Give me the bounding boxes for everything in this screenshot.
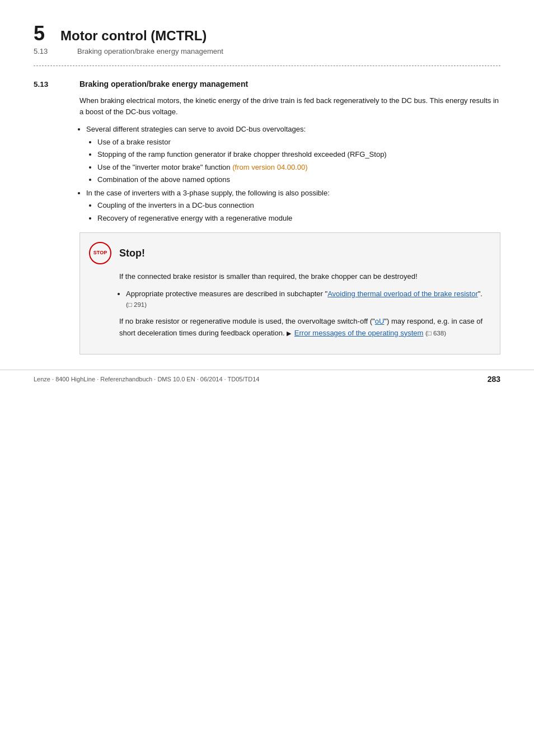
intro-text: When braking electrical motors, the kine… [79, 95, 500, 119]
version-note: (from version 04.00.00) [232, 163, 307, 171]
stop-icon-label: STOP [93, 250, 107, 256]
section-title: Braking operation/brake energy managemen… [79, 80, 500, 88]
error-messages-link[interactable]: Error messages of the operating system [294, 329, 424, 337]
chapter-number: 5 [34, 22, 45, 45]
sublist-item-1: Use of a brake resistor [97, 137, 500, 148]
page-number: 283 [488, 375, 500, 384]
list-item-inverters: In the case of inverters with a 3-phase … [86, 188, 500, 224]
stop-body: If the connected brake resistor is small… [119, 271, 489, 344]
page-footer: Lenze · 8400 HighLine · Referenzhandbuch… [0, 370, 534, 384]
strategy-sublist: Use of a brake resistor Stopping of the … [97, 137, 500, 185]
sublist-inverter-2: Recovery of regenerative energy with a r… [97, 213, 500, 224]
ou-link[interactable]: oU [375, 317, 385, 325]
stop-body-text-1: If the connected brake resistor is small… [119, 271, 489, 283]
sub-chapter-number: 5.13 [34, 47, 62, 55]
sublist-item-3: Use of the "inverter motor brake" functi… [97, 162, 500, 173]
list-item-strategies: Several different strategies can serve t… [86, 124, 500, 185]
thermal-overload-link[interactable]: Avoiding thermal overload of the brake r… [327, 290, 478, 298]
section-number: 5.13 [34, 80, 79, 354]
chapter-header: 5 Motor control (MCTRL) [34, 22, 500, 45]
stop-icon: STOP [89, 242, 111, 264]
sublist-item-4: Combination of the above named options [97, 174, 500, 185]
chapter-title: Motor control (MCTRL) [60, 28, 207, 44]
stop-warning-box: STOP Stop! If the connected brake resist… [79, 232, 500, 354]
page-ref-1: (□ 291) [126, 301, 147, 308]
sublist-item-2: Stopping of the ramp function generator … [97, 149, 500, 160]
divider-line [34, 66, 500, 66]
sub-chapter-header: 5.13 Braking operation/brake energy mana… [34, 47, 500, 55]
stop-label: Stop! [119, 248, 145, 259]
stop-list-item: Appropriate protective measures are desc… [126, 288, 489, 310]
stop-body-text-2: If no brake resistor or regenerative mod… [119, 316, 489, 339]
section-body: Braking operation/brake energy managemen… [79, 80, 500, 354]
stop-list: Appropriate protective measures are desc… [126, 288, 489, 310]
sub-chapter-title: Braking operation/brake energy managemen… [77, 47, 223, 55]
stop-header: STOP Stop! [89, 242, 489, 264]
sublist-inverter-1: Coupling of the inverters in a DC-bus co… [97, 200, 500, 211]
inverter-sublist: Coupling of the inverters in a DC-bus co… [97, 200, 500, 223]
strategy-list: Several different strategies can serve t… [86, 124, 500, 223]
arrow-icon: ▶ [287, 330, 291, 337]
footer-text: Lenze · 8400 HighLine · Referenzhandbuch… [34, 376, 259, 382]
page-ref-2: (□ 638) [425, 330, 446, 337]
section-5-13: 5.13 Braking operation/brake energy mana… [34, 80, 500, 354]
